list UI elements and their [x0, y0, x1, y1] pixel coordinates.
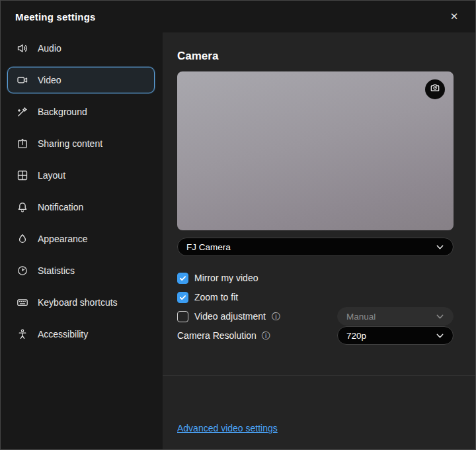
chevron-down-icon: [436, 243, 444, 251]
info-icon[interactable]: ⓘ: [272, 312, 280, 321]
close-button[interactable]: ✕: [445, 7, 463, 26]
sidebar-item-label: Background: [38, 107, 87, 117]
camera-resolution-value: 720p: [346, 331, 366, 341]
sidebar-item-background[interactable]: Background: [7, 99, 155, 125]
dialog-title: Meeting settings: [15, 11, 96, 22]
sidebar-item-label: Sharing content: [38, 138, 102, 149]
camera-preview: [177, 71, 454, 230]
video-adjustment-value: Manual: [346, 312, 376, 322]
sidebar-item-video[interactable]: Video: [7, 67, 155, 93]
sidebar-item-label: Statistics: [38, 265, 75, 276]
video-settings-panel: Camera FJ Camera: [163, 32, 475, 449]
meeting-settings-dialog: Meeting settings ✕ Audio: [0, 0, 476, 450]
sidebar-item-label: Appearance: [38, 234, 88, 244]
camera-resolution-row: Camera Resolution ⓘ 720p: [177, 326, 454, 345]
section-divider: [163, 375, 475, 376]
advanced-video-settings-link[interactable]: Advanced video settings: [177, 423, 278, 433]
video-camera-icon: [17, 74, 28, 86]
camera-device-select[interactable]: FJ Camera: [177, 238, 454, 256]
mirror-video-row: Mirror my video: [177, 269, 454, 287]
magic-wand-icon: [17, 106, 28, 118]
settings-sidebar: Audio Video: [1, 32, 163, 449]
titlebar: Meeting settings ✕: [1, 1, 475, 32]
sidebar-item-sharing-content[interactable]: Sharing content: [7, 130, 155, 157]
sidebar-item-layout[interactable]: Layout: [7, 162, 155, 189]
sidebar-item-audio[interactable]: Audio: [7, 35, 155, 62]
mirror-video-checkbox[interactable]: [177, 273, 188, 284]
section-title: Camera: [177, 50, 454, 63]
sidebar-item-appearance[interactable]: Appearance: [7, 226, 155, 252]
gauge-icon: [17, 265, 28, 277]
sidebar-item-keyboard-shortcuts[interactable]: Keyboard shortcuts: [7, 289, 155, 316]
video-adjustment-label: Video adjustment: [194, 311, 266, 322]
camera-flip-icon: [430, 83, 440, 96]
video-adjustment-select: Manual: [337, 307, 454, 326]
zoom-to-fit-checkbox[interactable]: [177, 292, 188, 303]
zoom-to-fit-row: Zoom to fit: [177, 288, 454, 306]
mirror-video-label: Mirror my video: [194, 273, 258, 283]
camera-resolution-select[interactable]: 720p: [337, 326, 454, 345]
info-icon[interactable]: ⓘ: [262, 332, 270, 340]
chevron-down-icon: [436, 312, 444, 321]
bell-icon: [17, 201, 28, 213]
sidebar-item-label: Layout: [38, 170, 65, 181]
share-box-icon: [17, 138, 28, 150]
sidebar-item-statistics[interactable]: Statistics: [7, 257, 155, 284]
sidebar-item-notification[interactable]: Notification: [7, 194, 155, 220]
sidebar-item-label: Notification: [38, 202, 83, 212]
dialog-body: Audio Video: [1, 32, 475, 449]
sidebar-item-label: Audio: [38, 43, 61, 54]
chevron-down-icon: [436, 332, 444, 340]
video-adjustment-row: Video adjustment ⓘ Manual: [177, 307, 454, 326]
keyboard-icon: [17, 296, 28, 308]
paint-drop-icon: [17, 233, 28, 245]
sidebar-item-label: Video: [38, 75, 61, 85]
sidebar-item-accessibility[interactable]: Accessibility: [7, 321, 155, 347]
person-icon: [17, 328, 28, 340]
zoom-to-fit-label: Zoom to fit: [194, 292, 238, 302]
video-adjustment-checkbox[interactable]: [177, 311, 188, 322]
check-icon: [179, 294, 186, 301]
camera-resolution-label: Camera Resolution: [177, 330, 257, 341]
sidebar-item-label: Keyboard shortcuts: [38, 297, 118, 308]
speaker-icon: [17, 42, 28, 54]
sidebar-item-label: Accessibility: [38, 329, 88, 339]
camera-device-value: FJ Camera: [186, 242, 231, 252]
grid-layout-icon: [17, 169, 28, 181]
close-icon: ✕: [450, 11, 459, 22]
check-icon: [179, 275, 186, 282]
switch-camera-button[interactable]: [425, 79, 445, 99]
